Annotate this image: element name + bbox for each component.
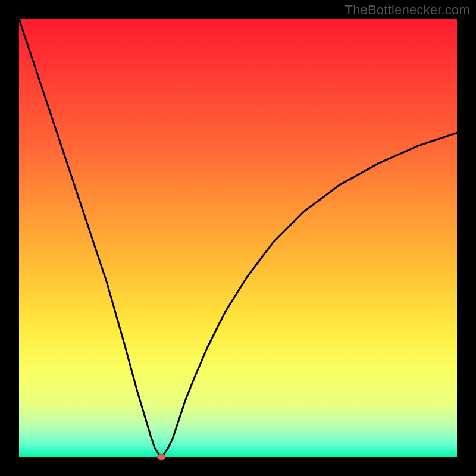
plot-area [19,19,457,457]
watermark-text: TheBottlenecker.com [345,2,470,18]
curve-line [19,19,457,457]
chart-frame: TheBottlenecker.com [0,0,476,476]
minimum-marker [157,454,165,460]
bottleneck-curve [19,19,457,457]
